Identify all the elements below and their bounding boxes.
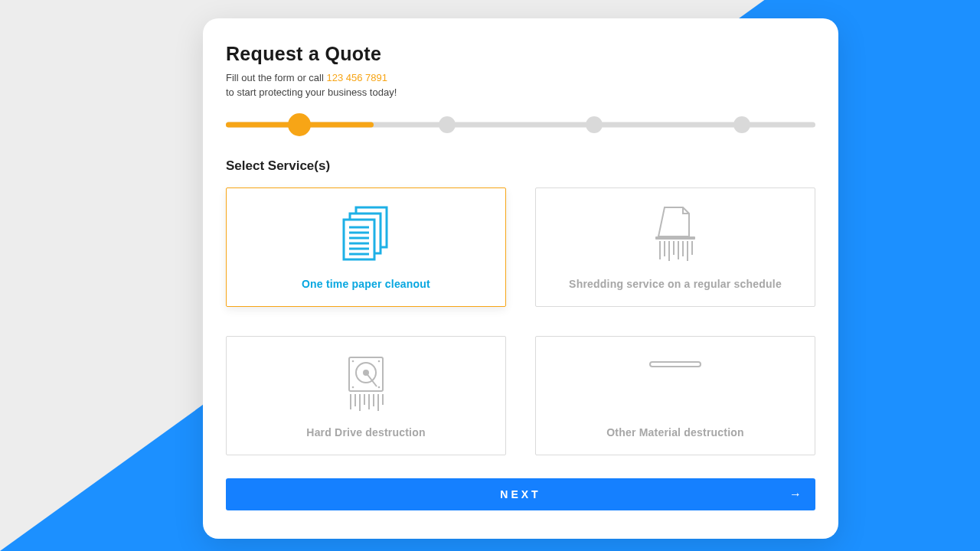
phone-link[interactable]: 123 456 7891 (327, 72, 388, 83)
svg-point-22 (378, 360, 381, 362)
service-tile-hard-drive[interactable]: Hard Drive destruction (226, 336, 506, 455)
service-label: Shredding service on a regular schedule (569, 278, 782, 290)
service-label: One time paper cleanout (302, 278, 430, 290)
documents-icon (339, 204, 393, 264)
section-heading: Select Service(s) (226, 158, 815, 174)
scanner-icon (645, 353, 706, 412)
step-dot-2 (439, 116, 456, 133)
subtitle-prefix: Fill out the form or call (226, 72, 327, 83)
service-label: Other Material destruction (606, 426, 743, 439)
service-label: Hard Drive destruction (306, 426, 425, 439)
subtitle-line2: to start protecting your business today! (226, 86, 397, 98)
quote-card: Request a Quote Fill out the form or cal… (203, 18, 838, 539)
step-dot-4 (733, 116, 750, 133)
arrow-right-icon: → (789, 487, 802, 501)
step-progress (226, 117, 815, 132)
svg-point-23 (352, 386, 354, 388)
svg-point-21 (352, 360, 354, 362)
service-tile-other[interactable]: Other Material destruction (535, 336, 815, 455)
next-button-label: NEXT (500, 488, 541, 500)
service-grid: One time paper cleanout (226, 187, 815, 455)
hard-drive-icon (335, 353, 397, 412)
page-title: Request a Quote (226, 43, 815, 65)
svg-rect-9 (655, 236, 695, 240)
next-button[interactable]: NEXT → (226, 478, 815, 510)
step-dot-3 (586, 116, 603, 133)
service-tile-shredding[interactable]: Shredding service on a regular schedule (535, 187, 815, 307)
page-subtitle: Fill out the form or call 123 456 7891 t… (226, 71, 815, 100)
svg-point-24 (378, 386, 381, 388)
shredder-icon (645, 204, 706, 264)
step-dot-1 (288, 113, 311, 136)
service-tile-paper-cleanout[interactable]: One time paper cleanout (226, 187, 506, 307)
